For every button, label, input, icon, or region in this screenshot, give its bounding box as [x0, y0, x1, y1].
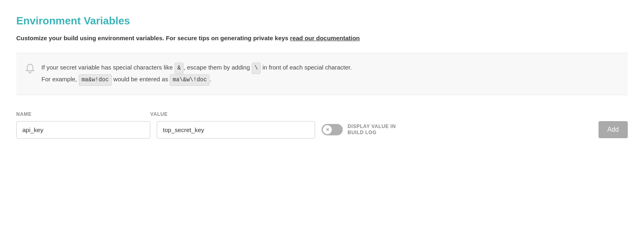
- value-input[interactable]: [157, 121, 315, 139]
- docs-link[interactable]: read our documentation: [290, 35, 360, 41]
- toggle-wrapper: ✕ DISPLAY VALUE IN BUILD LOG: [322, 124, 396, 136]
- bell-icon: [24, 63, 36, 76]
- ampersand-code: &: [175, 63, 184, 74]
- page-title: Environment Variables: [16, 15, 628, 27]
- info-line1: If your secret variable has special char…: [41, 62, 352, 74]
- name-input[interactable]: [16, 121, 150, 139]
- backslash-code: \: [252, 63, 261, 74]
- form-labels: NAME VALUE: [16, 111, 628, 117]
- display-value-label: DISPLAY VALUE IN BUILD LOG: [348, 124, 396, 136]
- display-value-toggle[interactable]: ✕: [322, 124, 343, 135]
- subtitle: Customize your build using environment v…: [16, 35, 628, 41]
- info-text-content: If your secret variable has special char…: [41, 62, 352, 86]
- info-line2: For example, ma&w!doc would be entered a…: [41, 74, 352, 86]
- env-var-form: NAME VALUE ✕ DISPLAY VALUE IN BUILD LOG …: [16, 108, 628, 139]
- form-row: ✕ DISPLAY VALUE IN BUILD LOG Add: [16, 121, 628, 139]
- example1-code: ma&w!doc: [79, 74, 112, 86]
- info-box: If your secret variable has special char…: [16, 53, 628, 95]
- name-label: NAME: [16, 111, 150, 117]
- example2-code: ma\&w\!doc: [170, 74, 210, 86]
- add-button[interactable]: Add: [599, 121, 628, 138]
- subtitle-text: Customize your build using environment v…: [16, 35, 290, 41]
- toggle-knob: ✕: [323, 125, 332, 134]
- value-label: VALUE: [150, 111, 309, 117]
